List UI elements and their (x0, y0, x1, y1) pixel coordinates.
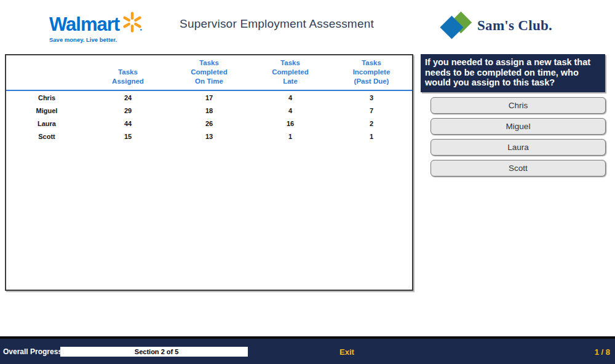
cell-value: 2 (331, 117, 412, 130)
column-header (6, 55, 87, 90)
column-header: Tasks Incomplete (Past Due) (331, 55, 412, 90)
task-data-panel: Tasks AssignedTasks Completed On TimeTas… (5, 54, 413, 291)
row-label: Laura (6, 117, 87, 130)
cell-value: 18 (169, 104, 250, 117)
row-label: Miguel (6, 104, 87, 117)
footer-bar: Overall Progress: Section 2 of 5 Exit 1 … (0, 336, 615, 364)
cell-value: 13 (169, 130, 250, 143)
cell-value: 4 (250, 90, 331, 104)
overall-progress-label: Overall Progress: (3, 347, 65, 356)
cell-value: 3 (331, 90, 412, 104)
cell-value: 24 (87, 90, 169, 104)
column-header: Tasks Completed On Time (169, 55, 250, 90)
table-row: Laura4426162 (6, 117, 412, 130)
table-body: Chris241743Miguel291847Laura4426162Scott… (6, 90, 412, 143)
page-title: Supervisor Employment Assessment (154, 17, 400, 31)
question-text: If you needed to assign a new task that … (421, 54, 605, 92)
cell-value: 44 (87, 117, 169, 130)
walmart-logo: Walmart Save money. Live better. (49, 12, 154, 43)
exit-button[interactable]: Exit (339, 347, 354, 356)
walmart-wordmark: Walmart (49, 15, 119, 34)
row-label: Chris (6, 90, 87, 104)
table-row: Chris241743 (6, 90, 412, 104)
cell-value: 1 (250, 130, 331, 143)
cell-value: 1 (331, 130, 412, 143)
answer-options: ChrisMiguelLauraScott (430, 97, 606, 181)
cell-value: 29 (87, 104, 169, 117)
answer-option-miguel[interactable]: Miguel (430, 118, 606, 135)
page-indicator: 1 / 8 (595, 347, 610, 356)
walmart-spark-icon (121, 11, 143, 36)
cell-value: 26 (169, 117, 250, 130)
samsclub-wordmark: Sam's Club. (477, 18, 552, 34)
cell-value: 17 (169, 90, 250, 104)
assessment-screen: Walmart Save money. Live better. Supervi… (0, 0, 615, 364)
answer-option-chris[interactable]: Chris (430, 97, 606, 114)
table-row: Miguel291847 (6, 104, 412, 117)
cell-value: 7 (331, 104, 412, 117)
task-table: Tasks AssignedTasks Completed On TimeTas… (6, 55, 412, 143)
answer-option-scott[interactable]: Scott (430, 160, 606, 176)
table-header-row: Tasks AssignedTasks Completed On TimeTas… (6, 55, 412, 90)
progress-bar: Section 2 of 5 (60, 347, 248, 357)
samsclub-logo: Sam's Club. (442, 14, 552, 38)
samsclub-diamond-icon (442, 14, 474, 38)
section-progress-text: Section 2 of 5 (135, 348, 179, 355)
cell-value: 16 (250, 117, 331, 130)
table-row: Scott151311 (6, 130, 412, 143)
cell-value: 15 (87, 130, 169, 143)
cell-value: 4 (250, 104, 331, 117)
column-header: Tasks Completed Late (250, 55, 331, 90)
row-label: Scott (6, 130, 87, 143)
walmart-tagline: Save money. Live better. (49, 36, 154, 43)
column-header: Tasks Assigned (87, 55, 169, 90)
answer-option-laura[interactable]: Laura (430, 139, 606, 156)
